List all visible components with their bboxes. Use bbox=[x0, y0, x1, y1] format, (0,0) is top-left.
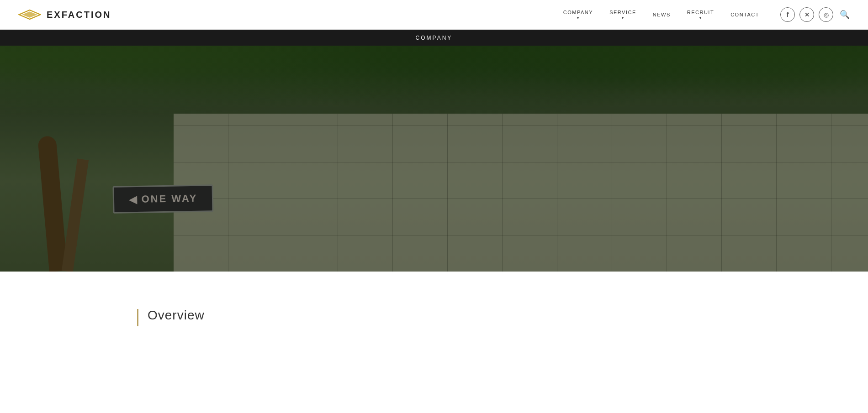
chevron-down-icon: ▾ bbox=[577, 16, 580, 20]
location-icon: ◎ bbox=[824, 11, 829, 18]
search-button[interactable]: 🔍 bbox=[840, 10, 850, 20]
social-icons: f ✕ ◎ 🔍 bbox=[780, 7, 850, 22]
overview-section: Overview bbox=[0, 299, 868, 335]
facebook-button[interactable]: f bbox=[780, 7, 795, 22]
logo-link[interactable]: EXFACTION bbox=[18, 9, 111, 20]
nav-recruit-label: RECRUIT bbox=[687, 10, 714, 15]
nav-company[interactable]: COMPANY ▾ bbox=[563, 10, 593, 20]
nav-service[interactable]: SERVICE ▾ bbox=[609, 10, 636, 20]
nav-contact-label: CONTACT bbox=[730, 12, 759, 17]
nav-news[interactable]: NEWS bbox=[653, 12, 671, 17]
overview-bar bbox=[137, 309, 138, 326]
twitter-icon: ✕ bbox=[804, 11, 810, 18]
hero-section: ◀ ONE WAY bbox=[0, 46, 868, 272]
logo-text: EXFACTION bbox=[47, 10, 111, 20]
overview-title: Overview bbox=[148, 308, 205, 323]
hero-background: ◀ ONE WAY bbox=[0, 46, 868, 272]
nav-recruit[interactable]: RECRUIT ▾ bbox=[687, 10, 714, 20]
nav-company-label: COMPANY bbox=[563, 10, 593, 15]
chevron-down-icon: ▾ bbox=[622, 16, 625, 20]
arrow-icon: ◀ bbox=[128, 193, 137, 206]
nav-news-label: NEWS bbox=[653, 12, 671, 17]
nav-contact[interactable]: CONTACT bbox=[730, 12, 759, 17]
main-nav: COMPANY ▾ SERVICE ▾ NEWS RECRUIT ▾ CONTA… bbox=[563, 7, 850, 22]
twitter-button[interactable]: ✕ bbox=[799, 7, 814, 22]
facebook-icon: f bbox=[787, 11, 789, 18]
sign-text: ONE WAY bbox=[141, 193, 197, 205]
location-button[interactable]: ◎ bbox=[819, 7, 833, 22]
tree-trunk-right bbox=[62, 158, 89, 272]
logo-icon bbox=[18, 9, 41, 20]
search-icon: 🔍 bbox=[840, 10, 850, 19]
building-grid bbox=[174, 114, 868, 272]
site-header: EXFACTION COMPANY ▾ SERVICE ▾ NEWS RECRU… bbox=[0, 0, 868, 30]
nav-service-label: SERVICE bbox=[609, 10, 636, 15]
company-banner: COMPANY bbox=[0, 30, 868, 46]
one-way-sign: ◀ ONE WAY bbox=[112, 184, 213, 214]
chevron-down-icon: ▾ bbox=[699, 16, 702, 20]
content-area: Overview bbox=[0, 272, 868, 363]
tree-trunk-left bbox=[37, 136, 68, 272]
banner-text: COMPANY bbox=[416, 35, 453, 41]
